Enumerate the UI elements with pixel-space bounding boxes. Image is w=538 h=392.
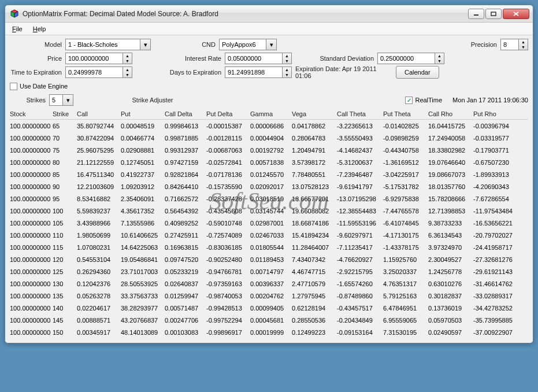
table-row[interactable]: 100.000000001350.0526327833.375637330.01… <box>10 290 528 302</box>
cell: 100.00000000 <box>10 220 53 227</box>
cell: 0.02987001 <box>250 220 292 227</box>
cell: 1.09203912 <box>121 183 165 190</box>
table-row[interactable]: 100.000000001500.0034591748.140130890.00… <box>10 326 528 338</box>
table-row[interactable]: 100.000000009012.210036091.092039120.842… <box>10 180 528 193</box>
col-header[interactable]: Call <box>77 110 121 117</box>
precision-spinner[interactable]: ▲▼ <box>500 39 528 50</box>
cell: 30.87422094 <box>77 135 121 142</box>
cell: -0.59010748 <box>206 220 250 227</box>
realtime-label: RealTime <box>415 97 442 103</box>
minimize-button[interactable] <box>468 9 484 19</box>
price-spinner[interactable]: ▲▼ <box>65 53 132 64</box>
spin-up-icon[interactable]: ▲ <box>521 39 525 45</box>
col-header[interactable]: Vega <box>292 110 337 117</box>
menu-help[interactable]: Help <box>28 24 51 34</box>
col-header[interactable]: Put Theta <box>383 110 428 117</box>
table-row[interactable]: 100.000000001450.0088857143.207668370.00… <box>10 314 528 326</box>
cell: 0.12042376 <box>77 280 121 287</box>
cell: -9.60297971 <box>337 232 383 239</box>
std-dev-spinner[interactable]: ▲▼ <box>377 53 444 64</box>
chevron-down-icon[interactable]: ▾ <box>63 94 73 106</box>
maximize-button[interactable] <box>485 9 502 19</box>
cell: 65 <box>53 123 77 130</box>
cnd-combo[interactable]: ▾ <box>219 39 277 50</box>
table-row[interactable]: 100.000000001053.439889667.135559860.409… <box>10 217 528 229</box>
model-combo[interactable]: ▾ <box>65 39 151 50</box>
cell: 7.43407342 <box>292 256 337 263</box>
cell: 0.00571838 <box>250 159 292 166</box>
cell: 12.21003609 <box>77 183 121 190</box>
table-row[interactable]: 100.000000006535.807927440.000485190.999… <box>10 120 528 132</box>
table-row[interactable]: 100.000000001200.5455310419.054868410.09… <box>10 253 528 265</box>
price-label: Price <box>10 55 65 62</box>
days-exp-spinner[interactable]: ▲▼ <box>225 66 292 78</box>
table-row[interactable]: 100.000000008516.475113400.419227370.928… <box>10 168 528 180</box>
table-row[interactable]: 100.000000001400.0220461738.282939770.00… <box>10 302 528 314</box>
col-header[interactable]: Put Rho <box>473 110 518 117</box>
menubar: File Help <box>5 23 533 35</box>
cnd-input[interactable] <box>219 39 266 50</box>
time-exp-input[interactable] <box>65 66 123 78</box>
model-input[interactable] <box>65 39 140 50</box>
table-row[interactable]: 100.000000008021.121225590.127450510.974… <box>10 156 528 168</box>
days-exp-input[interactable] <box>225 66 283 78</box>
menu-file[interactable]: File <box>8 24 27 34</box>
cell: 100.00000000 <box>10 329 53 336</box>
cell: -0.09898259 <box>383 135 428 142</box>
interest-rate-spinner[interactable]: ▲▼ <box>225 53 292 64</box>
table-row[interactable]: 100.000000001005.598392374.356173520.564… <box>10 205 528 217</box>
cell: -0.01402825 <box>383 123 428 130</box>
cell: -9.61941797 <box>337 183 383 190</box>
col-header[interactable]: Call Theta <box>337 110 383 117</box>
cell: 25.96075295 <box>77 147 121 154</box>
table-row[interactable]: 100.00000000958.534168822.354060910.7166… <box>10 193 528 205</box>
col-header[interactable]: Gamma <box>250 110 292 117</box>
std-dev-input[interactable] <box>377 53 435 64</box>
col-header[interactable]: Put <box>121 110 165 117</box>
interest-rate-input[interactable] <box>225 53 283 64</box>
cell: 2.47710579 <box>292 280 337 287</box>
chevron-down-icon[interactable]: ▾ <box>266 39 277 50</box>
cell: 7.31530195 <box>383 329 428 336</box>
col-header[interactable]: Call Delta <box>165 110 206 117</box>
cell: 115 <box>53 244 77 251</box>
spin-down-icon[interactable]: ▼ <box>521 45 525 50</box>
col-header[interactable]: Strike <box>53 110 77 117</box>
cell: 0.05263278 <box>77 293 121 299</box>
cell: -6.92975838 <box>383 195 428 202</box>
cell: 0.99871885 <box>165 135 206 142</box>
table-row[interactable]: 100.000000007525.960752950.029088810.993… <box>10 144 528 156</box>
strikes-input[interactable] <box>49 94 63 106</box>
cell: -0.00687063 <box>206 147 250 154</box>
cell: 85 <box>53 171 77 178</box>
col-header[interactable]: Put Delta <box>206 110 250 117</box>
col-header[interactable]: Stock <box>10 110 53 117</box>
table-row[interactable]: 100.000000007030.874220940.004667740.998… <box>10 132 528 144</box>
calendar-button[interactable]: Calendar <box>396 66 439 79</box>
cell: -0.00015387 <box>206 123 250 130</box>
realtime-checkbox[interactable] <box>405 97 413 104</box>
time-exp-spinner[interactable]: ▲▼ <box>65 66 132 78</box>
precision-input[interactable] <box>500 39 519 50</box>
cell: -0.17903771 <box>473 147 518 154</box>
cell: 135 <box>53 293 77 299</box>
cell: -0.20434849 <box>337 317 383 324</box>
cell: 18.01357760 <box>428 183 473 190</box>
cell: 0.00714797 <box>250 268 292 275</box>
cell: 1.15925760 <box>383 256 428 263</box>
strikes-combo[interactable]: ▾ <box>49 94 73 106</box>
col-header[interactable]: Call Rho <box>428 110 473 117</box>
close-button[interactable] <box>503 9 529 19</box>
cell: 100.00000000 <box>10 123 53 130</box>
use-date-engine-checkbox[interactable] <box>10 83 17 90</box>
chevron-down-icon[interactable]: ▾ <box>140 39 151 50</box>
table-row[interactable]: 100.000000001250.2629436023.710170030.05… <box>10 265 528 278</box>
cell: -24.41958717 <box>473 244 518 251</box>
table-row[interactable]: 100.000000001151.0708023114.642250630.16… <box>10 241 528 253</box>
price-input[interactable] <box>65 53 123 64</box>
table-row[interactable]: 100.000000001101.9805069910.614066250.27… <box>10 229 528 241</box>
cell: -0.03319577 <box>473 135 518 142</box>
table-row[interactable]: 100.000000001300.1204237628.505539250.02… <box>10 278 528 290</box>
cell: 17.24940058 <box>428 135 473 142</box>
cell: 0.30182837 <box>428 293 473 299</box>
